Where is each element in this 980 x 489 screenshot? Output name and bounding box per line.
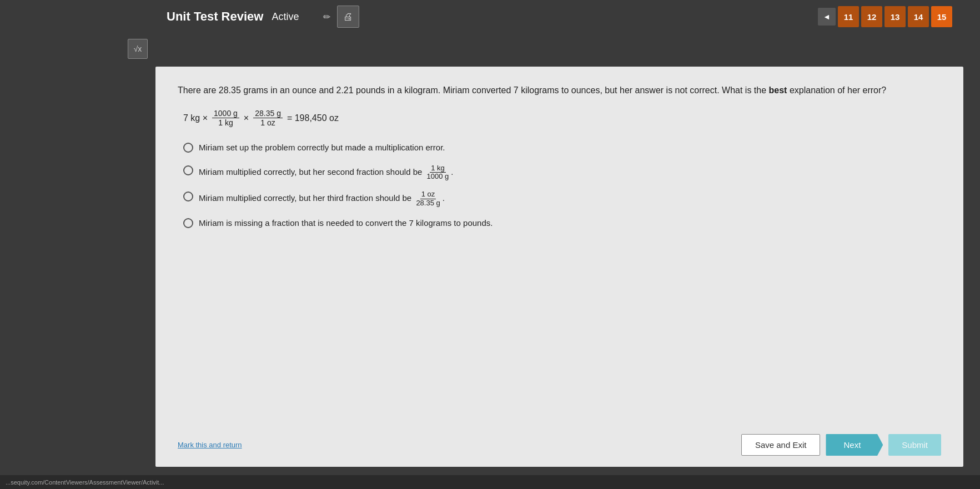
math-result: = 198,450 oz — [287, 113, 339, 123]
left-tools: √x — [128, 39, 148, 59]
question-text-line1: There are 28.35 grams in an ounce and 2.… — [178, 85, 886, 95]
main-content: There are 28.35 grams in an ounce and 2.… — [155, 67, 963, 467]
option-b-frac-num: 1 kg — [430, 164, 446, 173]
options-area: Miriam set up the problem correctly but … — [178, 142, 941, 417]
status-badge: Active — [272, 11, 299, 23]
math-frac1: 1000 g 1 kg — [212, 109, 239, 128]
option-d-text: Miriam is missing a fraction that is nee… — [199, 217, 492, 230]
sqrt-icon: √x — [134, 44, 142, 53]
math-frac2-num: 28.35 g — [253, 109, 283, 119]
action-buttons: Save and Exit Next Submit — [741, 434, 941, 456]
option-c-row: Miriam multiplied correctly, but her thi… — [183, 190, 941, 207]
option-b-fraction: 1 kg 1000 g — [426, 164, 450, 181]
option-b-row: Miriam multiplied correctly, but her sec… — [183, 164, 941, 181]
math-frac2-den: 1 oz — [259, 118, 277, 128]
next-button[interactable]: Next — [826, 434, 883, 456]
nav-prev-button[interactable]: ◄ — [818, 8, 836, 26]
option-c-frac-num: 1 oz — [420, 190, 436, 199]
option-b-text: Miriam multiplied correctly, but her sec… — [199, 164, 454, 181]
option-c-text: Miriam multiplied correctly, but her thi… — [199, 190, 445, 207]
option-b-radio[interactable] — [183, 165, 193, 175]
option-b-frac-den: 1000 g — [426, 173, 450, 180]
page-title: Unit Test Review — [167, 9, 263, 24]
option-c-radio[interactable] — [183, 191, 193, 201]
nav-page-15[interactable]: 15 — [931, 6, 952, 27]
mark-return-link[interactable]: Mark this and return — [178, 441, 242, 449]
math-frac1-num: 1000 g — [212, 109, 239, 119]
option-c-frac-den: 28.35 g — [415, 199, 441, 207]
nav-numbers: ◄ 11 12 13 14 15 — [818, 6, 952, 27]
question-text: There are 28.35 grams in an ounce and 2.… — [178, 83, 941, 98]
option-d-row: Miriam is missing a fraction that is nee… — [183, 217, 941, 230]
math-display: 7 kg × 1000 g 1 kg × 28.35 g 1 oz = 198,… — [178, 109, 941, 128]
submit-button[interactable]: Submit — [888, 434, 941, 456]
nav-page-14[interactable]: 14 — [908, 6, 929, 27]
option-a-row: Miriam set up the problem correctly but … — [183, 142, 941, 154]
option-a-text: Miriam set up the problem correctly but … — [199, 142, 445, 154]
math-prefix: 7 kg × — [183, 113, 208, 123]
pencil-button[interactable]: ✏ — [321, 9, 333, 24]
title-area: Unit Test Review Active — [167, 9, 299, 24]
toolbar-icons: ✏ 🖨 — [321, 6, 359, 28]
sqrt-button[interactable]: √x — [128, 39, 148, 59]
url-bar: ...sequity.com/ContentViewers/Assessment… — [6, 479, 164, 486]
math-times: × — [244, 113, 249, 123]
math-frac2: 28.35 g 1 oz — [253, 109, 283, 128]
math-frac1-den: 1 kg — [217, 118, 234, 128]
print-button[interactable]: 🖨 — [337, 6, 359, 28]
nav-page-13[interactable]: 13 — [884, 6, 906, 27]
option-d-radio[interactable] — [183, 218, 193, 228]
option-c-fraction: 1 oz 28.35 g — [415, 190, 441, 207]
nav-page-12[interactable]: 12 — [861, 6, 882, 27]
nav-page-11[interactable]: 11 — [838, 6, 859, 27]
top-bar: Unit Test Review Active ✏ 🖨 ◄ 11 12 13 1… — [0, 0, 980, 33]
option-a-radio[interactable] — [183, 143, 193, 153]
save-exit-button[interactable]: Save and Exit — [741, 434, 821, 456]
bottom-bar: Mark this and return Save and Exit Next … — [178, 428, 941, 456]
